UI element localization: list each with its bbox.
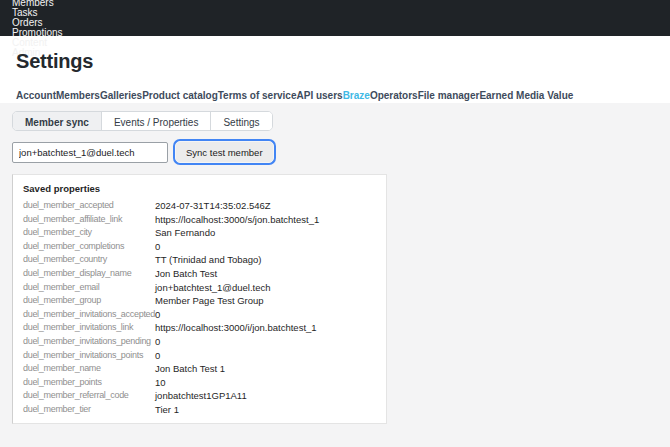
property-value: Member Page Test Group	[155, 294, 376, 308]
subtab-segment[interactable]: Member sync	[13, 111, 101, 131]
property-row: duel_member_invitations_accepted 0	[23, 308, 376, 322]
property-key: duel_member_invitations_link	[23, 321, 155, 335]
property-value: TT (Trinidad and Tobago)	[155, 253, 376, 267]
subtab-segment[interactable]: Events / Properties	[101, 111, 210, 131]
property-row: duel_member_city San Fernando	[23, 226, 376, 240]
property-value: 2024-07-31T14:35:02.546Z	[155, 199, 376, 213]
property-key: duel_member_invitations_points	[23, 349, 155, 363]
property-key: duel_member_points	[23, 376, 155, 390]
saved-properties-panel: Saved properties duel_member_accepted 20…	[12, 174, 387, 424]
property-key: duel_member_invitations_accepted	[23, 308, 155, 322]
property-value: Jon Batch Test	[155, 267, 376, 281]
property-value: https://localhost:3000/s/jon.batchtest_1	[155, 213, 376, 227]
property-value: Tier 1	[155, 403, 376, 417]
settings-tab-bar: AccountMembersGalleriesProduct catalogTe…	[0, 83, 670, 103]
sync-test-member-button[interactable]: Sync test member	[175, 141, 274, 163]
property-key: duel_member_accepted	[23, 199, 155, 213]
property-value: jonbatchtest1GP1A11	[155, 389, 376, 403]
top-navbar: Insights Activity Members Tasks Orders P…	[0, 0, 670, 36]
property-key: duel_member_tier	[23, 403, 155, 417]
property-row: duel_member_display_name Jon Batch Test	[23, 267, 376, 281]
braze-subtab-bar: Member syncEvents / PropertiesSettings	[12, 111, 273, 131]
sync-test-member-row: Sync test member	[12, 141, 658, 163]
member-email-input[interactable]	[12, 142, 168, 163]
property-row: duel_member_invitations_link https://loc…	[23, 321, 376, 335]
property-row: duel_member_group Member Page Test Group	[23, 294, 376, 308]
subtab-segment[interactable]: Settings	[210, 111, 271, 131]
property-value: 10	[155, 376, 376, 390]
braze-settings-content: Member syncEvents / PropertiesSettings S…	[0, 103, 670, 447]
property-row: duel_member_country TT (Trinidad and Tob…	[23, 253, 376, 267]
property-row: duel_member_tier Tier 1	[23, 403, 376, 417]
property-row: duel_member_points 10	[23, 376, 376, 390]
property-row: duel_member_invitations_points 0	[23, 349, 376, 363]
property-key: duel_member_name	[23, 362, 155, 376]
property-row: duel_member_email jon+batchtest_1@duel.t…	[23, 281, 376, 295]
property-value: jon+batchtest_1@duel.tech	[155, 281, 376, 295]
property-value: Jon Batch Test 1	[155, 362, 376, 376]
property-key: duel_member_city	[23, 226, 155, 240]
property-key: duel_member_email	[23, 281, 155, 295]
property-key: duel_member_affiliate_link	[23, 213, 155, 227]
property-row: duel_member_completions 0	[23, 240, 376, 254]
property-value: https://localhost:3000/i/jon.batchtest_1	[155, 321, 376, 335]
saved-properties-list: duel_member_accepted 2024-07-31T14:35:02…	[23, 199, 376, 417]
property-row: duel_member_affiliate_link https://local…	[23, 213, 376, 227]
property-value: 0	[155, 335, 376, 349]
property-row: duel_member_invitations_pending 0	[23, 335, 376, 349]
property-row: duel_member_name Jon Batch Test 1	[23, 362, 376, 376]
property-key: duel_member_invitations_pending	[23, 335, 155, 349]
property-value: 0	[155, 240, 376, 254]
property-key: duel_member_group	[23, 294, 155, 308]
property-value: 0	[155, 308, 376, 322]
property-row: duel_member_accepted 2024-07-31T14:35:02…	[23, 199, 376, 213]
property-row: duel_member_referral_code jonbatchtest1G…	[23, 389, 376, 403]
property-key: duel_member_completions	[23, 240, 155, 254]
property-key: duel_member_country	[23, 253, 155, 267]
property-key: duel_member_display_name	[23, 267, 155, 281]
saved-properties-title: Saved properties	[23, 183, 376, 195]
page-title: Settings	[0, 36, 670, 83]
property-value: 0	[155, 349, 376, 363]
property-value: San Fernando	[155, 226, 376, 240]
property-key: duel_member_referral_code	[23, 389, 155, 403]
